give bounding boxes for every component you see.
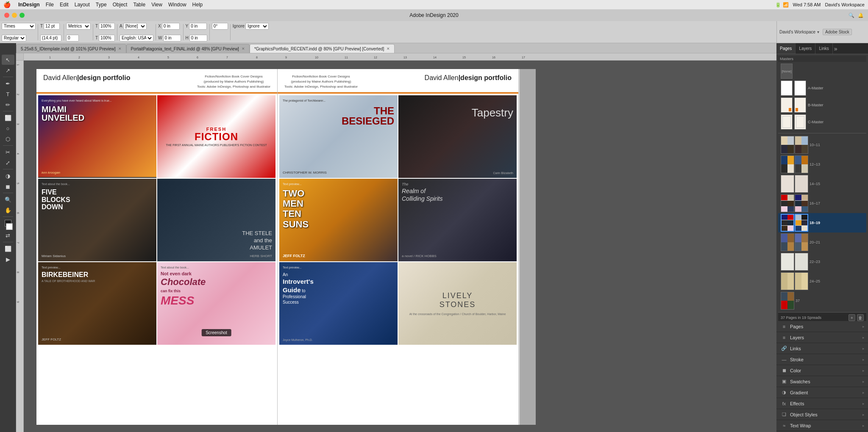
book-fresh-fiction[interactable]: FRESH FICTION THE FIRST ANNUAL MAINE AUT…: [157, 95, 275, 178]
tool-rect-frame[interactable]: ⬜: [2, 113, 14, 123]
tool-free-transform[interactable]: ⤢: [2, 158, 14, 168]
book-five-blocks[interactable]: Text about the book... FIVEBLOCKSDOWN Mi…: [38, 179, 156, 261]
h-input[interactable]: [189, 35, 207, 42]
book-realm[interactable]: TheRealm ofColliding Spirits a novel / R…: [398, 179, 517, 261]
tool-swap[interactable]: ⇄: [2, 230, 14, 241]
book-stele-amulet[interactable]: THE STELEand theAMULET HERB SHORT: [157, 179, 275, 261]
tab-1-close[interactable]: ✕: [242, 47, 245, 51]
tab-0[interactable]: 5.25x8.5_IDtemplate.indd @ 101% [GPU Pre…: [16, 44, 126, 53]
close-button[interactable]: [4, 13, 9, 18]
canvas-area[interactable]: David Allen|design portfolio Fiction/Non…: [24, 61, 776, 432]
spread-37[interactable]: 37: [778, 291, 866, 310]
menu-file[interactable]: File: [46, 2, 54, 8]
spread-18-19[interactable]: 18–19: [778, 213, 866, 233]
panel-tab-links[interactable]: Links: [815, 43, 832, 54]
spread-20-21[interactable]: 20–21: [778, 233, 866, 252]
tab-2[interactable]: *GraphicsPortfolio_RECENT.indd @ 80% [GP…: [250, 44, 395, 53]
w-input[interactable]: [163, 35, 181, 42]
master-b[interactable]: B-Master: [778, 97, 866, 114]
tool-direct-select[interactable]: ↗: [2, 65, 14, 75]
menu-view[interactable]: View: [151, 2, 162, 8]
tool-polygon[interactable]: ⬡: [2, 134, 14, 144]
search-icon[interactable]: 🔍: [849, 13, 854, 18]
book-birkebeiner[interactable]: Text preview... BIRKEBEINER A TALE OF BR…: [38, 262, 156, 345]
menu-type[interactable]: Type: [96, 2, 107, 8]
size-b-input[interactable]: [40, 35, 61, 42]
tool-select[interactable]: ↖: [2, 55, 14, 65]
prop-color[interactable]: ◼ Color ▸: [776, 365, 868, 376]
workspace-label-btn[interactable]: David's Workspace: [779, 30, 815, 34]
book-introvert[interactable]: Text preview... AnIntrovert'sGuide toPro…: [279, 262, 398, 345]
tool-zoom[interactable]: 🔍: [2, 194, 14, 205]
expand-panel-btn[interactable]: »: [833, 45, 839, 52]
menu-layout[interactable]: Layout: [75, 2, 90, 8]
spread-22-23[interactable]: 22–23: [778, 252, 866, 271]
prop-object-styles[interactable]: ❏ Object Styles ▸: [776, 409, 868, 420]
prop-swatches[interactable]: ▣ Swatches ▸: [776, 376, 868, 387]
kerning-input[interactable]: [66, 35, 79, 42]
book-two-men[interactable]: Text preview... TWOMENTENSUNS JEFF FOLTZ: [279, 179, 398, 261]
prop-effects[interactable]: fx Effects ▸: [776, 398, 868, 409]
prop-stroke[interactable]: — Stroke ▸: [776, 354, 868, 365]
book-miami[interactable]: Everything you have ever heard about Mia…: [38, 95, 156, 178]
apple-logo[interactable]: 🍎: [3, 1, 11, 8]
menu-edit[interactable]: Edit: [60, 2, 69, 8]
book-lively-stones[interactable]: LIVELYSTONES At the crossroads of the Co…: [398, 262, 517, 345]
app-name[interactable]: InDesign: [18, 2, 40, 8]
delete-page-btn[interactable]: 🗑: [857, 314, 864, 321]
workspace-label[interactable]: David's Workspace: [825, 2, 865, 7]
font-size-input[interactable]: [44, 23, 60, 30]
tool-hand[interactable]: ✋: [2, 205, 14, 215]
tab-2-close[interactable]: ✕: [387, 47, 390, 51]
menu-object[interactable]: Object: [113, 2, 128, 8]
scale-y-input[interactable]: [99, 35, 115, 42]
x-pos-input[interactable]: [162, 23, 180, 30]
master-c[interactable]: C-Master: [778, 114, 866, 130]
tool-pen[interactable]: ✒: [2, 78, 14, 89]
metrics-select[interactable]: Metrics: [66, 23, 91, 30]
maximize-button[interactable]: [19, 13, 25, 18]
master-none[interactable]: [None]: [778, 63, 866, 80]
lang-select[interactable]: English: USA: [120, 35, 153, 42]
tool-scissors[interactable]: ✂: [2, 147, 14, 157]
menu-table[interactable]: Table: [133, 2, 145, 8]
prop-layers[interactable]: ≡ Layers ▸: [776, 332, 868, 343]
y-pos-input[interactable]: [189, 23, 207, 30]
none-select[interactable]: [None]: [123, 23, 147, 30]
tool-normal-mode[interactable]: ⬜: [2, 244, 14, 254]
minimize-button[interactable]: [12, 13, 17, 18]
tool-preview-mode[interactable]: ▶: [2, 254, 14, 264]
prop-text-wrap[interactable]: ≈ Text Wrap ▸: [776, 420, 868, 431]
tool-ellipse[interactable]: ○: [2, 123, 14, 133]
new-page-btn[interactable]: +: [849, 314, 855, 321]
tool-gradient[interactable]: ◑: [2, 171, 14, 181]
panel-tab-pages[interactable]: Pages: [776, 43, 796, 54]
panel-tab-layers[interactable]: Layers: [796, 43, 815, 54]
book-tapestry[interactable]: Tapestry Carin Blizabeth: [398, 95, 517, 178]
spread-16-17[interactable]: 16–17: [778, 194, 866, 213]
pages-content[interactable]: Masters [None] A-Master B-Master: [776, 54, 868, 321]
spread-24-25[interactable]: 24–25: [778, 271, 866, 291]
stroke-swatch[interactable]: [6, 223, 13, 230]
spread-14-15[interactable]: 14–15: [778, 174, 866, 194]
scale-x-input[interactable]: [99, 23, 115, 30]
book-chocolate[interactable]: Text about the book... Not even darkChoc…: [157, 262, 275, 345]
menu-help[interactable]: Help: [192, 2, 203, 8]
tab-1[interactable]: PortaitPatagonia_text_FINAL.indd @ 48% […: [126, 44, 250, 53]
prop-gradient[interactable]: ◑ Gradient ▸: [776, 387, 868, 398]
spread-12-13[interactable]: 12–13: [778, 155, 866, 174]
font-style-select[interactable]: Regular: [2, 35, 26, 42]
tool-color[interactable]: ◼: [2, 181, 14, 191]
notification-icon[interactable]: 🔔: [858, 13, 864, 18]
prop-pages[interactable]: ≡ Pages ▸: [776, 321, 868, 332]
adobe-stock-btn[interactable]: Adobe Stock: [823, 29, 852, 35]
rotation-input[interactable]: [212, 23, 228, 30]
spread-10-11[interactable]: 10–11: [778, 135, 866, 155]
tool-type[interactable]: T: [2, 89, 14, 99]
master-a[interactable]: A-Master: [778, 80, 866, 97]
book-besieged[interactable]: The protagonist of Torchbearer... THEBES…: [279, 95, 398, 178]
ignore-select[interactable]: Ignore: [245, 23, 269, 30]
font-family-select[interactable]: Times: [2, 23, 36, 30]
tab-0-close[interactable]: ✕: [118, 47, 122, 51]
tool-pencil[interactable]: ✏: [2, 100, 14, 110]
